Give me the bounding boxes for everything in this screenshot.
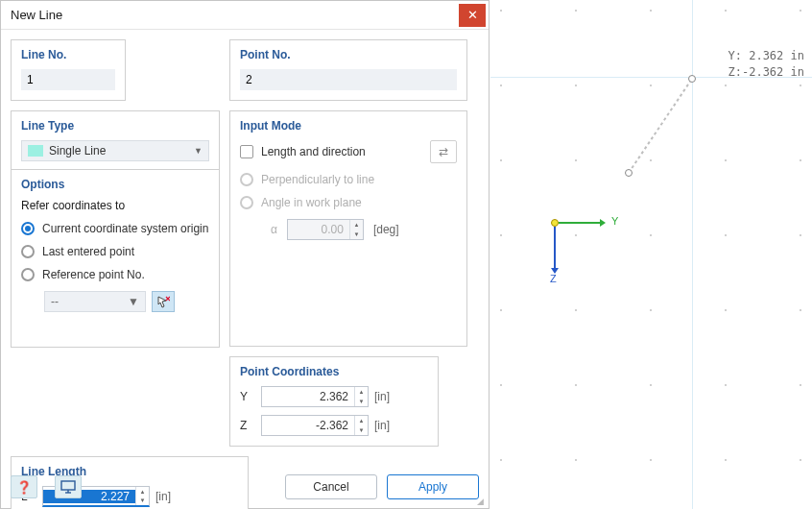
grid-dot bbox=[500, 85, 502, 86]
point-no-panel: Point No. bbox=[229, 39, 467, 101]
grid-dot bbox=[650, 459, 652, 461]
y-label: Y bbox=[240, 390, 255, 403]
y-spinner[interactable]: 2.362 ▲▼ bbox=[261, 386, 369, 407]
grid-dot bbox=[500, 159, 502, 161]
dialog-title: New Line bbox=[11, 8, 62, 22]
z-label: Z bbox=[240, 419, 255, 432]
grid-dot bbox=[650, 234, 652, 236]
origin-radio[interactable] bbox=[21, 222, 35, 235]
line-type-value: Single Line bbox=[49, 144, 106, 158]
refer-label: Refer coordinates to bbox=[21, 199, 209, 212]
options-label: Options bbox=[21, 178, 209, 191]
length-dir-checkbox[interactable] bbox=[240, 145, 253, 158]
grid-dot bbox=[725, 159, 727, 161]
angle-plane-label: Angle in work plane bbox=[261, 196, 362, 209]
angle-plane-radio[interactable] bbox=[240, 196, 253, 209]
last-point-label: Last entered point bbox=[42, 245, 134, 258]
cancel-label: Cancel bbox=[313, 480, 348, 494]
perpendicular-label: Perpendicularly to line bbox=[261, 173, 374, 186]
display-button[interactable] bbox=[55, 475, 82, 498]
point-no-label: Point No. bbox=[240, 48, 457, 61]
cancel-button[interactable]: Cancel bbox=[285, 474, 377, 499]
grid-dot bbox=[575, 459, 577, 461]
chevron-down-icon: ▼ bbox=[194, 146, 203, 156]
help-button[interactable]: ❓ bbox=[11, 475, 37, 498]
grid-dot bbox=[725, 10, 727, 12]
grid-dot bbox=[575, 309, 577, 311]
close-icon: ✕ bbox=[467, 8, 478, 22]
grid-dot bbox=[575, 384, 577, 386]
svg-rect-2 bbox=[61, 481, 75, 490]
resize-grip[interactable]: ◢ bbox=[477, 497, 487, 506]
y-value: 2.362 bbox=[262, 390, 354, 403]
z-stepper[interactable]: ▲▼ bbox=[354, 416, 368, 435]
apply-button[interactable]: Apply bbox=[387, 474, 479, 499]
grid-dot bbox=[650, 159, 652, 161]
axis-y-arrow bbox=[559, 222, 601, 224]
axis-z-label: Z bbox=[550, 273, 557, 284]
readout-z: Z:-2.362 in bbox=[728, 64, 804, 81]
line-no-input[interactable] bbox=[21, 69, 115, 90]
line-type-combo[interactable]: Single Line ▼ bbox=[21, 140, 209, 161]
alpha-value: 0.00 bbox=[288, 223, 349, 236]
grid-dot bbox=[575, 10, 577, 12]
viewport[interactable]: Y Z Y: 2.362 in Z:-2.362 in bbox=[490, 0, 812, 509]
alpha-unit: [deg] bbox=[373, 223, 399, 236]
alpha-stepper[interactable]: ▲▼ bbox=[349, 220, 363, 239]
line-swatch-icon bbox=[28, 145, 43, 157]
monitor-icon bbox=[60, 480, 76, 494]
y-stepper[interactable]: ▲▼ bbox=[354, 387, 368, 406]
z-unit: [in] bbox=[374, 419, 390, 432]
grid-dot bbox=[800, 85, 801, 86]
spacer-panel bbox=[135, 39, 220, 101]
grid-dot bbox=[500, 309, 502, 311]
options-panel: Options Refer coordinates to Current coo… bbox=[11, 169, 220, 348]
dialog-content: Line No. Point No. Line Type Single Line… bbox=[1, 30, 489, 509]
y-unit: [in] bbox=[374, 390, 390, 403]
axis-z-arrow bbox=[554, 227, 556, 269]
ref-point-radio[interactable] bbox=[21, 268, 35, 281]
grid-dot bbox=[725, 309, 727, 311]
grid-dot bbox=[800, 309, 801, 311]
grid-dot bbox=[800, 159, 801, 161]
grid-dot bbox=[800, 384, 801, 386]
grid-dot bbox=[650, 10, 652, 12]
grid-dot bbox=[575, 85, 577, 86]
swap-direction-button[interactable]: ⇄ bbox=[430, 140, 457, 163]
alpha-spinner[interactable]: 0.00 ▲▼ bbox=[287, 219, 364, 240]
dialog: New Line ✕ Line No. Point No. Line Type … bbox=[0, 0, 490, 509]
readout-y: Y: 2.362 in bbox=[728, 48, 804, 64]
z-spinner[interactable]: -2.362 ▲▼ bbox=[261, 415, 369, 436]
grid-dot bbox=[575, 234, 577, 236]
grid-dot bbox=[725, 459, 727, 461]
length-dir-label: Length and direction bbox=[261, 145, 366, 158]
axis-y-label: Y bbox=[611, 215, 618, 227]
grid-dot bbox=[500, 234, 502, 236]
ref-point-value: -- bbox=[51, 295, 59, 308]
ref-point-combo[interactable]: -- ▼ bbox=[44, 291, 146, 312]
grid-dot bbox=[725, 85, 727, 86]
pick-point-button[interactable] bbox=[152, 291, 175, 312]
grid-dot bbox=[500, 384, 502, 386]
perpendicular-radio[interactable] bbox=[240, 173, 253, 186]
help-icon: ❓ bbox=[16, 480, 32, 495]
origin-point bbox=[551, 219, 559, 227]
cursor-icon bbox=[156, 295, 170, 308]
coordinate-readout: Y: 2.362 in Z:-2.362 in bbox=[728, 48, 804, 81]
coords-label: Point Coordinates bbox=[240, 365, 428, 378]
close-button[interactable]: ✕ bbox=[459, 4, 486, 27]
grid-dot bbox=[575, 159, 577, 161]
point-no-input[interactable] bbox=[240, 69, 457, 90]
origin-label: Current coordinate system origin bbox=[42, 222, 208, 235]
ref-point-label: Reference point No. bbox=[42, 268, 145, 281]
input-mode-label: Input Mode bbox=[240, 119, 457, 133]
input-mode-panel: Input Mode Length and direction ⇄ Perpen… bbox=[229, 110, 467, 347]
z-value: -2.362 bbox=[262, 419, 354, 432]
line-type-label: Line Type bbox=[21, 119, 209, 133]
line-start-point bbox=[625, 169, 633, 177]
last-point-radio[interactable] bbox=[21, 245, 35, 258]
swap-icon: ⇄ bbox=[439, 145, 448, 158]
line-no-label: Line No. bbox=[21, 48, 115, 61]
titlebar: New Line ✕ bbox=[1, 1, 489, 30]
grid-dot bbox=[650, 384, 652, 386]
